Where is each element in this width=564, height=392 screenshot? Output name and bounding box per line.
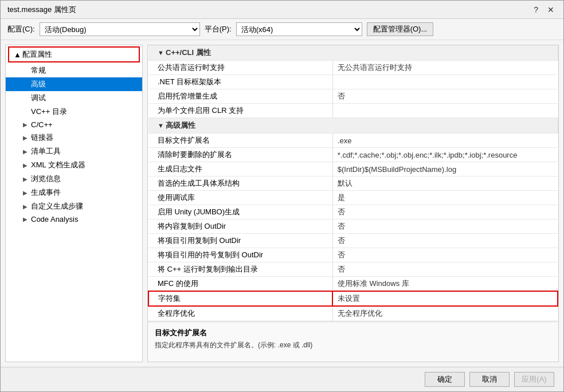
title-bar-controls: ? ✕ (531, 5, 557, 14)
platform-label: 平台(P): (205, 24, 232, 34)
table-row[interactable]: 公共语言运行时支持无公共语言运行时支持 (148, 61, 558, 75)
prop-value: 使用标准 Windows 库 (332, 277, 558, 292)
expand-arrow-icon: ▲ (14, 50, 21, 59)
left-tree-panel: ▲配置属性常规高级调试VC++ 目录▶C/C++▶链接器▶清单工具▶XML 文档… (5, 45, 143, 362)
table-row[interactable]: 清除时要删除的扩展名*.cdf;*.cache;*.obj;*.obj.enc;… (148, 148, 558, 162)
expand-arrow-icon: ▶ (22, 148, 29, 155)
expand-arrow-icon: ▶ (22, 162, 29, 168)
prop-value: $(IntDir)$(MSBuildProjectName).log (332, 162, 558, 177)
title-bar: test.message 属性页 ? ✕ (1, 1, 563, 19)
prop-name: 字符集 (148, 291, 332, 306)
prop-value: 无公共语言运行时支持 (332, 61, 558, 75)
prop-value: 否 (332, 234, 558, 248)
table-row[interactable]: .NET 目标框架版本 (148, 75, 558, 89)
close-button[interactable]: ✕ (545, 5, 557, 14)
properties-scroll: ▼ C++/CLI 属性公共语言运行时支持无公共语言运行时支持.NET 目标框架… (148, 45, 558, 322)
prop-value: 否 (332, 89, 558, 104)
tree-item-label: 生成事件 (31, 187, 61, 198)
table-row[interactable]: 启用 Unity (JUMBO)生成否 (148, 205, 558, 219)
prop-name: 清除时要删除的扩展名 (148, 148, 332, 162)
table-row[interactable]: 目标文件扩展名.exe (148, 134, 558, 148)
window-title: test.message 属性页 (7, 5, 76, 15)
prop-value: .exe (332, 134, 558, 148)
tree-item-general[interactable]: 常规 (6, 64, 142, 77)
expand-arrow-icon: ▶ (22, 121, 29, 128)
section-toggle-icon[interactable]: ▼ (158, 122, 166, 129)
table-row[interactable]: 首选的生成工具体系结构默认 (148, 177, 558, 191)
prop-value: 未设置 (332, 291, 558, 306)
tree-item-custom-build[interactable]: ▶自定义生成步骤 (6, 199, 142, 213)
tree-item-label: 调试 (31, 93, 46, 103)
tree-item-debug[interactable]: 调试 (6, 91, 142, 105)
config-select[interactable]: 活动(Debug) (40, 22, 200, 36)
config-label: 配置(C): (7, 24, 35, 34)
tree-item-label: 浏览信息 (31, 174, 61, 184)
prop-name: 将项目引用的符号复制到 OutDir (148, 248, 332, 262)
prop-value: 是 (332, 191, 558, 205)
tree-item-linker[interactable]: ▶链接器 (6, 131, 142, 144)
dialog-window: test.message 属性页 ? ✕ 配置(C): 活动(Debug) 平台… (0, 0, 564, 392)
prop-name: 将 C++ 运行时复制到输出目录 (148, 262, 332, 277)
prop-value: 否 (332, 219, 558, 234)
tree-item-label: 链接器 (31, 132, 53, 143)
tree-item-browse-info[interactable]: ▶浏览信息 (6, 172, 142, 186)
tree-item-label: 清单工具 (31, 146, 61, 156)
tree-item-label: XML 文档生成器 (31, 160, 85, 170)
table-row[interactable]: 将内容复制到 OutDir否 (148, 219, 558, 234)
prop-name: 首选的生成工具体系结构 (148, 177, 332, 191)
tree-item-label: 高级 (31, 79, 46, 89)
prop-value (332, 104, 558, 118)
tree-item-config-props[interactable]: ▲配置属性 (8, 46, 140, 62)
section-header-advanced-props: ▼ 高级属性 (148, 118, 558, 134)
help-button[interactable]: ? (531, 5, 540, 14)
prop-value: 否 (332, 262, 558, 277)
tree-item-label: 自定义生成步骤 (31, 201, 83, 211)
prop-value: *.cdf;*.cache;*.obj;*.obj.enc;*.ilk;*.ip… (332, 148, 558, 162)
prop-name: 目标文件扩展名 (148, 134, 332, 148)
section-header-cpp-cli: ▼ C++/CLI 属性 (148, 45, 558, 61)
table-row[interactable]: 全程序优化无全程序优化 (148, 306, 558, 321)
table-row[interactable]: 将 C++ 运行时复制到输出目录否 (148, 262, 558, 277)
tree-item-label: VC++ 目录 (31, 107, 67, 117)
table-row[interactable]: 启用托管增量生成否 (148, 89, 558, 104)
prop-name: 启用 Unity (JUMBO)生成 (148, 205, 332, 219)
expand-arrow-icon: ▶ (22, 190, 29, 196)
table-row[interactable]: 字符集未设置 (148, 291, 558, 306)
table-row[interactable]: 生成日志文件$(IntDir)$(MSBuildProjectName).log (148, 162, 558, 177)
table-row[interactable]: 将项目引用的符号复制到 OutDir否 (148, 248, 558, 262)
prop-name: MFC 的使用 (148, 277, 332, 292)
tree-item-vc-dirs[interactable]: VC++ 目录 (6, 105, 142, 119)
properties-table: ▼ C++/CLI 属性公共语言运行时支持无公共语言运行时支持.NET 目标框架… (148, 45, 558, 322)
tree-item-advanced[interactable]: 高级 (6, 77, 142, 91)
expand-arrow-icon: ▶ (22, 176, 29, 182)
prop-name: 启用托管增量生成 (148, 89, 332, 104)
table-row[interactable]: 为单个文件启用 CLR 支持 (148, 104, 558, 118)
prop-value: 否 (332, 205, 558, 219)
prop-value: 默认 (332, 177, 558, 191)
prop-value (332, 75, 558, 89)
prop-value: 否 (332, 248, 558, 262)
tree-item-manifest-tool[interactable]: ▶清单工具 (6, 144, 142, 158)
tree-item-build-events[interactable]: ▶生成事件 (6, 186, 142, 199)
expand-arrow-icon: ▶ (22, 203, 29, 210)
toolbar-row: 配置(C): 活动(Debug) 平台(P): 活动(x64) 配置管理器(O)… (1, 19, 563, 40)
platform-select[interactable]: 活动(x64) (236, 22, 362, 36)
tree-item-label: 配置属性 (22, 49, 52, 60)
table-row[interactable]: 使用调试库是 (148, 191, 558, 205)
prop-name: 全程序优化 (148, 306, 332, 321)
apply-button[interactable]: 应用(A) (514, 372, 554, 387)
tree-item-cpp[interactable]: ▶C/C++ (6, 119, 142, 131)
expand-arrow-icon: ▶ (22, 216, 29, 222)
config-manager-button[interactable]: 配置管理器(O)... (367, 22, 434, 36)
tree-item-code-analysis[interactable]: ▶Code Analysis (6, 213, 142, 225)
description-panel: 目标文件扩展名 指定此程序将具有的文件扩展名。(示例: .exe 或 .dll) (148, 322, 558, 362)
content-area: ▲配置属性常规高级调试VC++ 目录▶C/C++▶链接器▶清单工具▶XML 文档… (1, 40, 563, 367)
cancel-button[interactable]: 取消 (469, 372, 510, 387)
section-toggle-icon[interactable]: ▼ (158, 49, 166, 56)
table-row[interactable]: 将项目引用复制到 OutDir否 (148, 234, 558, 248)
right-panel: ▼ C++/CLI 属性公共语言运行时支持无公共语言运行时支持.NET 目标框架… (147, 45, 559, 362)
ok-button[interactable]: 确定 (425, 372, 465, 387)
table-row[interactable]: MFC 的使用使用标准 Windows 库 (148, 277, 558, 292)
tree-item-xml-gen[interactable]: ▶XML 文档生成器 (6, 158, 142, 172)
description-text: 指定此程序将具有的文件扩展名。(示例: .exe 或 .dll) (155, 340, 551, 350)
